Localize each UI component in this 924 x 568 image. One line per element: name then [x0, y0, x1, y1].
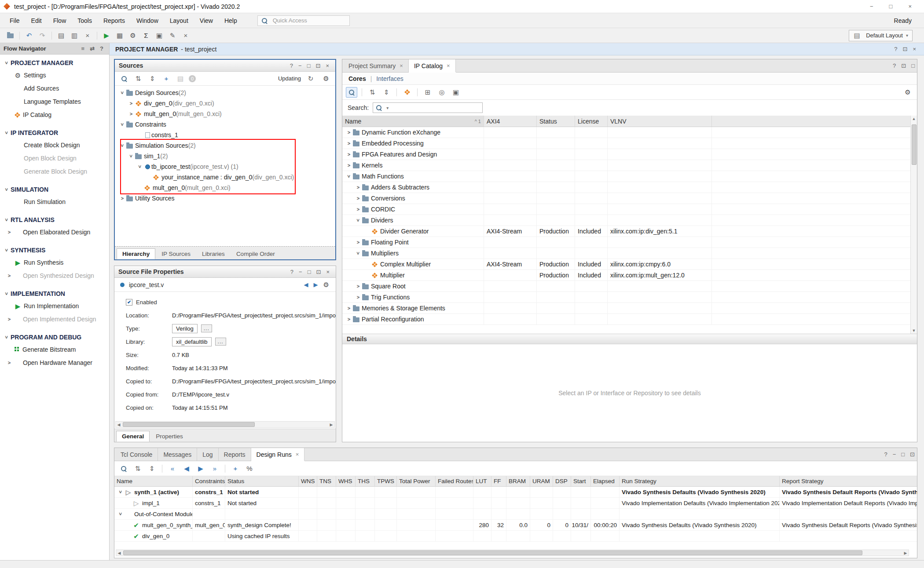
sources-tab-libraries[interactable]: Libraries [197, 248, 230, 259]
group-by-category-button[interactable] [401, 87, 413, 98]
runs-column-total-power[interactable]: Total Power [397, 476, 436, 486]
scroll-up-icon[interactable]: ▲ [912, 116, 916, 122]
minimize-button[interactable]: − [298, 62, 302, 69]
help-button[interactable]: ? [290, 269, 293, 275]
float-button[interactable]: ⊡ [316, 62, 321, 69]
flow-item-open-hardware-manager[interactable]: >Open Hardware Manager [0, 356, 109, 369]
settings-button[interactable]: ⚙ [902, 87, 913, 98]
help-button[interactable]: ? [894, 46, 897, 52]
maximize-button[interactable]: □ [901, 451, 905, 458]
ip-category-row-floating-point[interactable]: >Floating Point [342, 237, 917, 248]
menu-tools[interactable]: Tools [72, 15, 97, 26]
run-row-out-of-context-module-runs[interactable]: >Out-of-Context Module Runs [114, 509, 917, 520]
menu-layout[interactable]: Layout [165, 15, 194, 26]
menu-button[interactable]: ≡ [81, 45, 85, 52]
runs-column-ths[interactable]: THS [356, 476, 375, 486]
runs-column-dsp[interactable]: DSP [553, 476, 571, 486]
menu-reports[interactable]: Reports [98, 15, 130, 26]
ip-row-multiplier[interactable]: MultiplierProductionIncludedxilinx.com:i… [342, 270, 917, 281]
properties-tab-properties[interactable]: Properties [150, 431, 188, 442]
flow-item-language-templates[interactable]: Language Templates [0, 95, 109, 108]
float-button[interactable]: ⊡ [903, 46, 908, 52]
bottom-tab-log[interactable]: Log [197, 448, 218, 461]
runs-column-uram[interactable]: URAM [530, 476, 553, 486]
ip-column-vlnv[interactable]: VLNV [608, 116, 712, 127]
float-button[interactable]: ⊡ [316, 269, 321, 275]
horizontal-scrollbar[interactable]: ◀ ▶ [116, 550, 909, 556]
flow-item-run-implementation[interactable]: ▶Run Implementation [0, 299, 109, 313]
close-button[interactable]: × [326, 62, 329, 69]
ip-category-row-partial-reconfiguration[interactable]: >Partial Reconfiguration [342, 314, 917, 325]
browse-button[interactable]: ... [215, 338, 226, 346]
flow-item-settings[interactable]: ⚙Settings [0, 69, 109, 82]
expander-icon[interactable]: > [356, 249, 361, 257]
ip-category-row-memories-storage-elements[interactable]: >Memories & Storage Elements [342, 303, 917, 314]
collapse-all-button[interactable]: ⇅ [367, 87, 378, 98]
settings-button[interactable]: ⚙ [127, 30, 139, 41]
expander-icon[interactable]: > [118, 510, 123, 518]
scrollbar-thumb[interactable] [123, 550, 862, 555]
flow-item-open-elaborated-design[interactable]: >Open Elaborated Design [0, 226, 109, 239]
expand-all-button[interactable]: ⇕ [146, 463, 158, 474]
sources-tab-ip-sources[interactable]: IP Sources [156, 248, 196, 259]
quick-access-box[interactable]: Quick Access [257, 15, 350, 26]
runs-column-name[interactable]: Name [114, 476, 193, 486]
source-tree-item-design-sources[interactable]: >Design Sources (2) [115, 87, 335, 98]
runs-column-constraints[interactable]: Constraints [193, 476, 225, 486]
tab-cores[interactable]: Cores [348, 75, 366, 82]
expander-icon[interactable]: > [5, 360, 13, 365]
property-value-input[interactable]: xil_defaultlib [172, 337, 212, 346]
source-tree-item-mult-gen-0[interactable]: >mult_gen_0 (mult_gen_0.xci) [115, 109, 335, 119]
nav-back-button[interactable]: ◀ [304, 281, 308, 288]
new-document-button[interactable]: ▤ [55, 30, 67, 41]
redo-button[interactable]: ↷ [37, 30, 48, 41]
stop-button[interactable]: × [180, 30, 191, 41]
workspace-tab-ip-catalog[interactable]: IP Catalog× [409, 59, 456, 72]
expander-icon[interactable]: > [354, 196, 362, 201]
expander-icon[interactable]: > [4, 333, 9, 341]
menu-edit[interactable]: Edit [26, 15, 47, 26]
expander-icon[interactable]: > [120, 142, 125, 149]
expander-icon[interactable]: > [4, 129, 9, 137]
scrollbar-thumb[interactable] [912, 124, 917, 165]
ip-category-row-square-root[interactable]: >Square Root [342, 281, 917, 292]
expander-icon[interactable]: > [354, 185, 362, 190]
copy-button[interactable]: ▥ [69, 30, 80, 41]
ip-category-row-cordic[interactable]: >CORDIC [342, 204, 917, 215]
sources-tab-compile-order[interactable]: Compile Order [231, 248, 280, 259]
ip-category-row-math-functions[interactable]: >Math Functions [342, 171, 917, 182]
maximize-button[interactable]: □ [911, 62, 915, 69]
expander-icon[interactable]: > [346, 172, 352, 180]
close-tab-icon[interactable]: × [296, 451, 299, 458]
restore-defaults-button[interactable]: ▣ [450, 87, 462, 98]
scroll-right-icon[interactable]: ▶ [328, 422, 334, 427]
step-back-button[interactable]: ◀ [181, 463, 192, 474]
enabled-checkbox[interactable]: ✔ [126, 299, 132, 306]
ip-category-row-dynamic-function-exchange[interactable]: >Dynamic Function eXchange [342, 127, 917, 138]
new-file-button[interactable]: ▤ [175, 73, 186, 84]
expander-icon[interactable]: > [354, 240, 362, 245]
bottom-tab-design-runs[interactable]: Design Runs× [251, 448, 305, 461]
source-tree-item-sim-1[interactable]: >sim_1 (2) [115, 151, 335, 161]
ip-category-row-kernels[interactable]: >Kernels [342, 160, 917, 171]
expander-icon[interactable]: > [345, 141, 353, 146]
expander-icon[interactable]: > [345, 152, 353, 157]
ip-category-row-trig-functions[interactable]: >Trig Functions [342, 292, 917, 303]
expander-icon[interactable]: > [118, 488, 123, 496]
ip-search-input[interactable]: ▾ [373, 102, 483, 113]
source-tree-item-simulation-sources[interactable]: >Simulation Sources (2) [115, 140, 335, 151]
elaborate-button[interactable]: Σ [140, 30, 152, 41]
runs-column-tpws[interactable]: TPWS [375, 476, 397, 486]
flow-section-project-manager[interactable]: >PROJECT MANAGER [0, 57, 109, 69]
ip-column-axi4[interactable]: AXI4 [484, 116, 537, 127]
help-button[interactable]: ? [100, 45, 103, 52]
source-tree-item-constraints[interactable]: >Constraints [115, 119, 335, 130]
source-tree-item-constrs-1[interactable]: constrs_1 [115, 130, 335, 140]
flow-item-generate-block-design[interactable]: Generate Block Design [0, 165, 109, 178]
ip-column-status[interactable]: Status [537, 116, 575, 127]
flow-item-run-synthesis[interactable]: ▶Run Synthesis [0, 256, 109, 269]
add-sources-button[interactable]: + [161, 73, 172, 84]
scroll-left-icon[interactable]: ◀ [116, 551, 122, 555]
runs-column-ff[interactable]: FF [491, 476, 506, 486]
flow-item-open-block-design[interactable]: Open Block Design [0, 152, 109, 165]
